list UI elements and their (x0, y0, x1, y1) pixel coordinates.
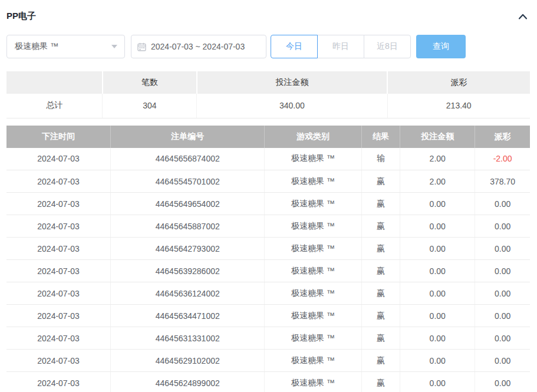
table-cell: -2.00 (475, 148, 530, 170)
quick-range-group: 今日昨日近8日 (271, 35, 411, 58)
table-header-cell: 投注金额 (400, 126, 475, 148)
table-cell: 0.00 (475, 215, 530, 238)
table-body: 2024-07-0344645656874002极速糖果 ™输2.00-2.00… (6, 148, 530, 392)
table-cell: 44645631331002 (111, 327, 265, 350)
summary-cell: 340.00 (197, 94, 387, 118)
table-cell: 2024-07-03 (6, 282, 111, 305)
calendar-icon (137, 42, 146, 51)
table-cell: 0.00 (475, 238, 530, 260)
table-cell: 赢 (361, 305, 400, 327)
query-button[interactable]: 查询 (416, 35, 466, 58)
table-cell: 2024-07-03 (6, 305, 111, 327)
table-header-cell: 结果 (361, 126, 400, 148)
table-cell: 0.00 (475, 372, 530, 392)
table-cell: 极速糖果 ™ (265, 193, 361, 215)
table-cell: 44645545701002 (111, 170, 265, 193)
table-cell: 赢 (361, 282, 400, 305)
summary-header-cell: 笔数 (103, 71, 197, 94)
quick-range-button-1[interactable]: 今日 (271, 35, 318, 58)
panel-header: PP电子 (0, 0, 537, 22)
table-cell: 2024-07-03 (6, 215, 111, 238)
table-row: 2024-07-0344645636124002极速糖果 ™赢0.000.00 (6, 282, 530, 305)
summary-cell: 304 (103, 94, 197, 118)
summary-table: 笔数投注金额派彩 总计304340.00213.40 (6, 71, 530, 118)
table-cell: 0.00 (400, 372, 475, 392)
table-cell: 赢 (361, 193, 400, 215)
table-cell: 0.00 (475, 350, 530, 372)
table-cell: 赢 (361, 260, 400, 282)
table-row: 2024-07-0344645642793002极速糖果 ™赢0.000.00 (6, 238, 530, 260)
table-cell: 0.00 (400, 193, 475, 215)
table-cell: 极速糖果 ™ (265, 215, 361, 238)
table-cell: 44645645887002 (111, 215, 265, 238)
table-cell: 0.00 (400, 260, 475, 282)
bet-records-table: 下注时间注单编号游戏类别结果投注金额派彩 2024-07-03446456568… (6, 126, 530, 392)
table-cell: 极速糖果 ™ (265, 170, 361, 193)
summary-header-cell: 派彩 (387, 71, 530, 94)
table-cell: 44645634471002 (111, 305, 265, 327)
table-header-cell: 游戏类别 (265, 126, 361, 148)
table-row: 2024-07-0344645545701002极速糖果 ™赢2.00378.7… (6, 170, 530, 193)
table-cell: 极速糖果 ™ (265, 372, 361, 392)
table-cell: 0.00 (475, 193, 530, 215)
table-row: 2024-07-0344645656874002极速糖果 ™输2.00-2.00 (6, 148, 530, 170)
table-cell: 2024-07-03 (6, 350, 111, 372)
table-cell: 赢 (361, 238, 400, 260)
table-header-cell: 注单编号 (111, 126, 265, 148)
table-cell: 极速糖果 ™ (265, 350, 361, 372)
table-cell: 44645624899002 (111, 372, 265, 392)
table-cell: 极速糖果 ™ (265, 327, 361, 350)
table-cell: 0.00 (400, 327, 475, 350)
table-cell: 44645636124002 (111, 282, 265, 305)
pp-games-panel: PP电子 极速糖果 ™ (0, 0, 537, 392)
table-cell: 44645642793002 (111, 238, 265, 260)
table-cell: 0.00 (475, 305, 530, 327)
table-cell: 0.00 (475, 327, 530, 350)
table-row: 2024-07-0344645624899002极速糖果 ™赢0.000.00 (6, 372, 530, 392)
table-cell: 44645629102002 (111, 350, 265, 372)
game-select-value: 极速糖果 ™ (15, 41, 58, 52)
table-header-cell: 下注时间 (6, 126, 111, 148)
table-cell: 2024-07-03 (6, 148, 111, 170)
table-row: 2024-07-0344645649654002极速糖果 ™赢0.000.00 (6, 193, 530, 215)
table-cell: 0.00 (400, 215, 475, 238)
summary-header-row: 笔数投注金额派彩 (6, 71, 530, 94)
summary-header-cell: 投注金额 (197, 71, 387, 94)
quick-range-button-3[interactable]: 近8日 (364, 35, 411, 58)
table-row: 2024-07-0344645639286002极速糖果 ™赢0.000.00 (6, 260, 530, 282)
table-cell: 极速糖果 ™ (265, 238, 361, 260)
table-cell: 2.00 (400, 148, 475, 170)
table-cell: 2024-07-03 (6, 327, 111, 350)
filter-bar: 极速糖果 ™ 2024-07-03 ~ 2024-07-03 今日昨日近8日 查… (6, 35, 531, 58)
table-cell: 赢 (361, 170, 400, 193)
table-cell: 2024-07-03 (6, 372, 111, 392)
table-row: 2024-07-0344645629102002极速糖果 ™赢0.000.00 (6, 350, 530, 372)
chevron-down-icon (111, 45, 117, 48)
table-cell: 极速糖果 ™ (265, 260, 361, 282)
game-select[interactable]: 极速糖果 ™ (6, 35, 125, 58)
table-cell: 2024-07-03 (6, 193, 111, 215)
table-cell: 2024-07-03 (6, 238, 111, 260)
table-cell: 输 (361, 148, 400, 170)
table-cell: 0.00 (475, 282, 530, 305)
table-cell: 0.00 (400, 305, 475, 327)
summary-cell: 213.40 (387, 94, 530, 118)
table-cell: 0.00 (400, 350, 475, 372)
table-cell: 2024-07-03 (6, 170, 111, 193)
table-cell: 极速糖果 ™ (265, 148, 361, 170)
chevron-up-icon (518, 13, 528, 22)
summary-total-row: 总计304340.00213.40 (6, 94, 530, 118)
collapse-button[interactable] (517, 12, 529, 21)
quick-range-button-2[interactable]: 昨日 (317, 35, 364, 58)
date-range-picker[interactable]: 2024-07-03 ~ 2024-07-03 (131, 35, 266, 58)
table-cell: 赢 (361, 215, 400, 238)
table-cell: 44645649654002 (111, 193, 265, 215)
table-cell: 赢 (361, 350, 400, 372)
table-cell: 赢 (361, 327, 400, 350)
table-cell: 44645639286002 (111, 260, 265, 282)
table-cell: 0.00 (400, 238, 475, 260)
table-cell: 2024-07-03 (6, 260, 111, 282)
table-header-row: 下注时间注单编号游戏类别结果投注金额派彩 (6, 126, 530, 148)
table-row: 2024-07-0344645634471002极速糖果 ™赢0.000.00 (6, 305, 530, 327)
table-cell: 2.00 (400, 170, 475, 193)
